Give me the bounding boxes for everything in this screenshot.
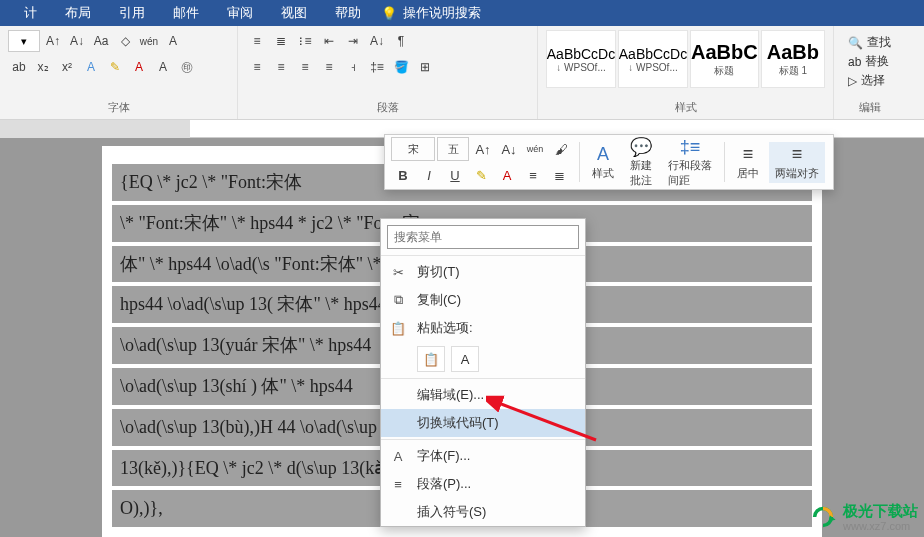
font-color-icon[interactable]: A [128, 56, 150, 78]
menu-search[interactable] [387, 225, 579, 249]
distribute-icon[interactable]: ⫞ [342, 56, 364, 78]
mini-justify-button[interactable]: ≡两端对齐 [769, 142, 825, 183]
lightbulb-icon: 💡 [381, 6, 397, 21]
mini-italic-icon[interactable]: I [417, 163, 441, 187]
menu-copy[interactable]: ⧉复制(C) [381, 286, 585, 314]
menu-help[interactable]: 帮助 [321, 0, 375, 26]
font-size-combo[interactable]: ▾ [8, 30, 40, 52]
style-item[interactable]: AaBb标题 1 [761, 30, 825, 88]
menu-edit-field[interactable]: 编辑域(E)... [381, 381, 585, 409]
enclose-char-icon[interactable]: ㊞ [176, 56, 198, 78]
menu-references[interactable]: 引用 [105, 0, 159, 26]
replace-button[interactable]: ab替换 [848, 53, 891, 70]
watermark-url: www.xz7.com [843, 520, 918, 533]
char-shading-icon[interactable]: A [152, 56, 174, 78]
style-item[interactable]: AaBbCcDc↓ WPSOf... [618, 30, 688, 88]
mini-styles-button[interactable]: A样式 [586, 142, 620, 183]
show-marks-icon[interactable]: ¶ [390, 30, 412, 52]
tell-me[interactable]: 💡 操作说明搜索 [381, 4, 481, 22]
mini-decrease-font-icon[interactable]: A↓ [497, 137, 521, 161]
style-item[interactable]: AaBbC标题 [690, 30, 759, 88]
phonetic-icon[interactable]: wén [138, 30, 160, 52]
style-gallery[interactable]: AaBbCcDc↓ WPSOf... AaBbCcDc↓ WPSOf... Aa… [546, 30, 825, 88]
increase-font-icon[interactable]: A↑ [42, 30, 64, 52]
mini-format-painter-icon[interactable]: 🖌 [549, 137, 573, 161]
mini-font-color-icon[interactable]: A [495, 163, 519, 187]
mini-font-combo[interactable]: 宋 [391, 137, 435, 161]
sort-icon[interactable]: A↓ [366, 30, 388, 52]
number-list-icon[interactable]: ≣ [270, 30, 292, 52]
find-button[interactable]: 🔍查找 [848, 34, 891, 51]
menu-bar: 计 布局 引用 邮件 审阅 视图 帮助 💡 操作说明搜索 [0, 0, 924, 26]
separator [381, 378, 585, 379]
mini-center-button[interactable]: ≡居中 [731, 142, 765, 183]
paste-keep-source-icon[interactable]: 📋 [417, 346, 445, 372]
paragraph-group: ≡ ≣ ⫶≡ ⇤ ⇥ A↓ ¶ ≡ ≡ ≡ ≡ ⫞ ‡≡ 🪣 ⊞ 段落 [238, 26, 538, 119]
mini-underline-icon[interactable]: U [443, 163, 467, 187]
mini-increase-font-icon[interactable]: A↑ [471, 137, 495, 161]
menu-mail[interactable]: 邮件 [159, 0, 213, 26]
justify-icon: ≡ [792, 144, 803, 166]
decrease-indent-icon[interactable]: ⇤ [318, 30, 340, 52]
char-border-icon[interactable]: A [162, 30, 184, 52]
mini-phonetic-icon[interactable]: wén [523, 137, 547, 161]
separator [724, 142, 725, 182]
strike-icon[interactable]: ab [8, 56, 30, 78]
font-group: ▾ A↑ A↓ Aa ◇ wén A ab x₂ x² A ✎ A A ㊞ 字体 [0, 26, 238, 119]
mini-size-combo[interactable]: 五 [437, 137, 469, 161]
align-right-icon[interactable]: ≡ [294, 56, 316, 78]
watermark-logo-icon [809, 503, 837, 531]
mini-bold-icon[interactable]: B [391, 163, 415, 187]
menu-insert-symbol[interactable]: 插入符号(S) [381, 498, 585, 526]
watermark: 极光下载站 www.xz7.com [809, 502, 918, 533]
text-effect-icon[interactable]: A [80, 56, 102, 78]
line-spacing-icon[interactable]: ‡≡ [366, 56, 388, 78]
edit-group: 🔍查找 ab替换 ▷选择 编辑 [834, 26, 905, 119]
mini-spacing-button[interactable]: ‡≡行和段落 间距 [662, 134, 718, 190]
cut-icon: ✂ [389, 265, 407, 280]
paste-text-only-icon[interactable]: A [451, 346, 479, 372]
paragraph-group-label: 段落 [246, 98, 529, 117]
mini-numbering-icon[interactable]: ≣ [547, 163, 571, 187]
font-icon: A [389, 449, 407, 464]
shading-icon[interactable]: 🪣 [390, 56, 412, 78]
select-icon: ▷ [848, 74, 857, 88]
mini-bullets-icon[interactable]: ≡ [521, 163, 545, 187]
subscript-icon[interactable]: x₂ [32, 56, 54, 78]
style-item[interactable]: AaBbCcDc↓ WPSOf... [546, 30, 616, 88]
align-left-icon[interactable]: ≡ [246, 56, 268, 78]
menu-design[interactable]: 计 [10, 0, 51, 26]
multilevel-list-icon[interactable]: ⫶≡ [294, 30, 316, 52]
styles-group-label: 样式 [546, 98, 825, 117]
menu-toggle-field-code[interactable]: 切换域代码(T) [381, 409, 585, 437]
copy-icon: ⧉ [389, 292, 407, 308]
bullet-list-icon[interactable]: ≡ [246, 30, 268, 52]
clear-format-icon[interactable]: ◇ [114, 30, 136, 52]
paste-icon: 📋 [389, 321, 407, 336]
mini-comment-button[interactable]: 💬新建 批注 [624, 134, 658, 190]
replace-icon: ab [848, 55, 861, 69]
highlight-icon[interactable]: ✎ [104, 56, 126, 78]
ribbon: ▾ A↑ A↓ Aa ◇ wén A ab x₂ x² A ✎ A A ㊞ 字体 [0, 26, 924, 120]
superscript-icon[interactable]: x² [56, 56, 78, 78]
context-menu: ✂剪切(T) ⧉复制(C) 📋粘贴选项: 📋 A 编辑域(E)... 切换域代码… [380, 218, 586, 527]
menu-font[interactable]: A字体(F)... [381, 442, 585, 470]
menu-layout[interactable]: 布局 [51, 0, 105, 26]
menu-cut[interactable]: ✂剪切(T) [381, 258, 585, 286]
increase-indent-icon[interactable]: ⇥ [342, 30, 364, 52]
select-button[interactable]: ▷选择 [848, 72, 891, 89]
menu-review[interactable]: 审阅 [213, 0, 267, 26]
change-case-icon[interactable]: Aa [90, 30, 112, 52]
separator [381, 439, 585, 440]
mini-highlight-icon[interactable]: ✎ [469, 163, 493, 187]
menu-paragraph[interactable]: ≡段落(P)... [381, 470, 585, 498]
border-icon[interactable]: ⊞ [414, 56, 436, 78]
search-icon: 🔍 [848, 36, 863, 50]
justify-icon[interactable]: ≡ [318, 56, 340, 78]
menu-view[interactable]: 视图 [267, 0, 321, 26]
separator [579, 142, 580, 182]
menu-search-input[interactable] [387, 225, 579, 249]
font-group-label: 字体 [8, 98, 229, 117]
decrease-font-icon[interactable]: A↓ [66, 30, 88, 52]
align-center-icon[interactable]: ≡ [270, 56, 292, 78]
